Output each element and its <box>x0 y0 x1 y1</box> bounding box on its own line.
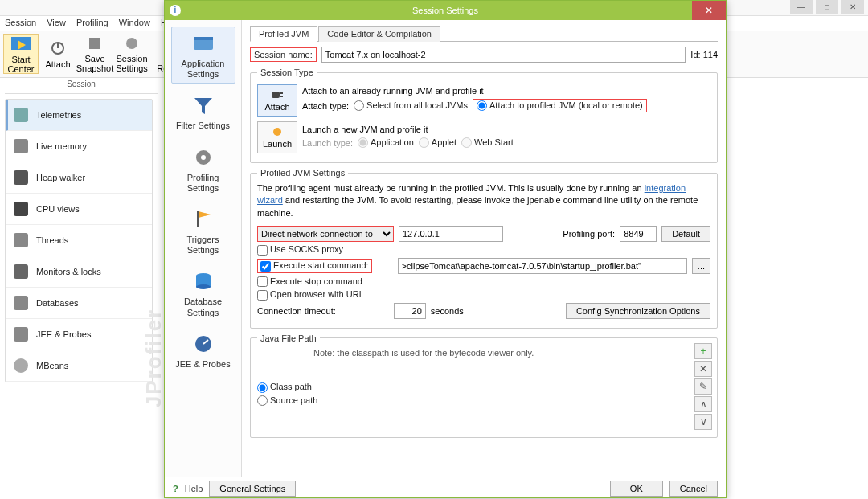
ok-button[interactable]: OK <box>610 481 663 497</box>
session-id: Id: 114 <box>690 50 718 59</box>
tab-profiled-jvm[interactable]: Profiled JVM <box>250 26 317 42</box>
gauge-icon <box>190 331 216 357</box>
attach-remote-radio[interactable]: Attach to profiled JVM (local or remote) <box>473 99 647 113</box>
database-icon <box>14 296 28 310</box>
attach-button[interactable]: Attach <box>40 34 76 74</box>
toolbar-label: Session Settings <box>115 54 149 73</box>
session-name-label: Session name: <box>250 47 317 62</box>
toolbar-label: Attach <box>45 59 70 69</box>
probes-icon <box>14 327 28 342</box>
menu-session[interactable]: Session <box>5 18 36 27</box>
nav-label: CPU views <box>36 204 80 214</box>
attach-type-label: Attach type: <box>302 101 349 111</box>
svg-point-5 <box>126 38 137 49</box>
attach-mode-button[interactable]: Attach <box>257 84 297 117</box>
timeout-input[interactable] <box>394 303 426 319</box>
nav-threads[interactable]: Threads <box>6 225 152 256</box>
cancel-button[interactable]: Cancel <box>669 481 718 497</box>
telemetries-icon <box>14 108 28 122</box>
exec-start-checkbox[interactable]: Execute start command: <box>257 259 372 273</box>
database-settings-item[interactable]: Database Settings <box>171 264 235 321</box>
svg-marker-13 <box>199 211 211 218</box>
nav-cpu-views[interactable]: CPU views <box>6 194 152 225</box>
icon-label: Database Settings <box>184 297 222 317</box>
launch-applet-radio[interactable]: Applet <box>419 137 457 149</box>
database-icon <box>190 268 216 294</box>
nav-label: Databases <box>36 298 79 308</box>
connection-type-select[interactable]: Direct network connection to <box>257 226 394 242</box>
svg-point-22 <box>273 128 281 136</box>
nav-telemetries[interactable]: Telemetries <box>6 100 152 131</box>
session-settings-button[interactable]: Session Settings <box>114 34 149 74</box>
save-snapshot-button[interactable]: Save Snapshot <box>77 34 113 74</box>
jfp-note: Note: the classpath is used for the byte… <box>313 348 710 358</box>
classpath-radio[interactable]: Class path <box>257 382 312 393</box>
gear-icon <box>190 145 216 170</box>
launch-type-label: Launch type: <box>302 138 353 148</box>
menu-view[interactable]: View <box>47 18 66 27</box>
dialog-close-button[interactable]: ✕ <box>692 1 726 20</box>
cpu-icon <box>14 202 28 216</box>
remove-path-button[interactable]: ✕ <box>694 361 712 377</box>
edit-path-button[interactable]: ✎ <box>694 378 712 395</box>
help-link[interactable]: Help <box>185 484 203 493</box>
session-type-group: Session Type Attach Attach to an already… <box>250 67 718 163</box>
nav-monitors[interactable]: Monitors & locks <box>6 256 152 288</box>
general-settings-button[interactable]: General Settings <box>209 481 296 497</box>
heap-icon <box>14 170 28 185</box>
menu-profiling[interactable]: Profiling <box>76 18 108 27</box>
nav-label: Telemetries <box>36 110 81 120</box>
open-browser-checkbox[interactable]: Open browser with URL <box>257 289 364 301</box>
nav-label: Live memory <box>36 141 87 151</box>
dialog-titlebar[interactable]: i Session Settings ✕ <box>165 1 726 20</box>
session-settings-dialog: i Session Settings ✕ Application Setting… <box>164 0 727 498</box>
svg-rect-19 <box>272 92 280 98</box>
lock-icon <box>14 264 28 279</box>
menu-window[interactable]: Window <box>119 18 150 27</box>
launch-webstart-radio[interactable]: Web Start <box>461 137 514 149</box>
minimize-button[interactable]: — <box>790 0 813 14</box>
socks-proxy-checkbox[interactable]: Use SOCKS proxy <box>257 244 343 256</box>
move-down-button[interactable]: ∨ <box>694 414 712 430</box>
jee-probes-item[interactable]: JEE & Probes <box>171 327 235 374</box>
icon-label: Triggers Settings <box>187 235 219 255</box>
start-center-button[interactable]: Start Center <box>3 34 39 74</box>
attach-local-radio[interactable]: Select from all local JVMs <box>354 100 468 112</box>
nav-label: Heap walker <box>36 173 85 182</box>
triggers-settings-item[interactable]: Triggers Settings <box>171 202 235 260</box>
mini-btn-label: Launch <box>263 139 292 149</box>
nav-mbeans[interactable]: MBeans <box>6 350 152 382</box>
move-up-button[interactable]: ∧ <box>694 396 712 412</box>
profiling-settings-item[interactable]: Profiling Settings <box>171 141 235 198</box>
default-port-button[interactable]: Default <box>661 226 710 242</box>
config-sync-button[interactable]: Config Synchronization Options <box>566 303 710 319</box>
nav-live-memory[interactable]: Live memory <box>6 131 152 162</box>
filter-settings-item[interactable]: Filter Settings <box>171 88 235 135</box>
sourcepath-radio[interactable]: Source path <box>257 395 317 407</box>
session-name-input[interactable] <box>321 47 686 63</box>
svg-point-16 <box>196 284 211 289</box>
add-path-button[interactable]: + <box>694 343 712 359</box>
tab-code-editor[interactable]: Code Editor & Compilation <box>318 26 440 42</box>
close-button[interactable]: ✕ <box>841 0 864 14</box>
flag-icon <box>190 207 216 232</box>
filter-icon <box>190 92 216 118</box>
browse-button[interactable]: ... <box>692 258 710 274</box>
profiled-jvm-settings-group: Profiled JVM Settings The profiling agen… <box>250 168 718 329</box>
port-input[interactable] <box>620 226 657 242</box>
nav-jee-probes[interactable]: JEE & Probes <box>6 319 152 350</box>
launch-app-radio[interactable]: Application <box>358 137 414 149</box>
start-command-input[interactable] <box>398 258 687 274</box>
host-input[interactable] <box>399 226 503 242</box>
port-label: Profiling port: <box>563 229 615 239</box>
nav-databases[interactable]: Databases <box>6 288 152 319</box>
maximize-button[interactable]: □ <box>816 0 838 14</box>
svg-marker-9 <box>194 98 212 114</box>
exec-stop-checkbox[interactable]: Execute stop command <box>257 276 362 288</box>
toolbar-label: Start Center <box>4 55 38 74</box>
launch-mode-button[interactable]: Launch <box>257 121 297 153</box>
app-settings-item[interactable]: Application Settings <box>171 27 235 84</box>
nav-heap-walker[interactable]: Heap walker <box>6 162 152 194</box>
toolbar-label: Save Snapshot <box>76 54 113 73</box>
plug-icon <box>270 89 285 100</box>
